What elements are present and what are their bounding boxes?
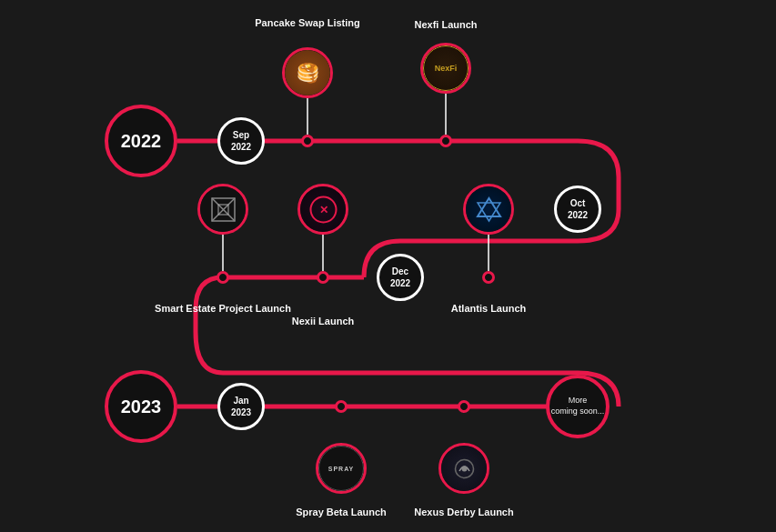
nexus-derby-icon	[441, 446, 487, 491]
nexus-derby-icon-node	[438, 443, 489, 494]
svg-text:✕: ✕	[318, 204, 328, 216]
smart-estate-launch-label: Smart Estate Project Launch	[155, 302, 291, 316]
smart-estate-icon-node	[197, 184, 248, 235]
pancake-swap-label: Pancake Swap Listing	[255, 16, 360, 30]
dec-2022-node: Dec2022	[377, 254, 424, 301]
more-coming-soon-node: Morecoming soon...	[546, 375, 610, 438]
year-2022-node: 2022	[105, 105, 177, 177]
spray-icon: SPRAY	[318, 446, 364, 491]
nexus-derby-timeline-dot	[458, 400, 470, 413]
atlantis-launch-label: Atlantis Launch	[451, 302, 527, 316]
spray-timeline-dot	[335, 400, 348, 413]
oct-2022-node: Oct2022	[554, 186, 601, 233]
jan-2023-label: Jan2023	[231, 395, 251, 418]
pancake-timeline-dot	[301, 135, 314, 147]
atlantis-icon-node	[463, 184, 514, 235]
dec-2022-label: Dec2022	[390, 266, 410, 289]
jan-2023-node: Jan2023	[217, 383, 265, 430]
timeline-container: 2022 Sep2022 Oct2022 Dec2022 2023 Jan202…	[0, 0, 776, 532]
nexus-derby-launch-label: Nexus Derby Launch	[414, 506, 513, 519]
year-2023-node: 2023	[105, 370, 177, 443]
nexii-launch-label: Nexii Launch	[292, 315, 354, 328]
nexii-icon: ✕	[300, 186, 346, 232]
spray-beta-launch-label: Spray Beta Launch	[296, 506, 387, 519]
spray-icon-node: SPRAY	[316, 443, 367, 494]
svg-point-17	[461, 466, 467, 471]
nexii-timeline-dot	[317, 271, 329, 284]
nexfi-icon: NexFi	[423, 45, 469, 91]
nexfi-launch-label: Nexfi Launch	[414, 18, 477, 32]
year-2023-label: 2023	[121, 396, 162, 417]
atlantis-icon	[466, 186, 511, 232]
smart-estate-timeline-dot	[217, 271, 229, 284]
more-coming-soon-label: Morecoming soon...	[551, 396, 605, 417]
atlantis-timeline-dot	[482, 271, 495, 284]
nexfi-icon-node: NexFi	[420, 43, 471, 94]
sep-2022-node: Sep2022	[217, 117, 265, 165]
pancake-icon: 🥞	[285, 50, 330, 95]
oct-2022-label: Oct2022	[568, 197, 588, 221]
nexii-icon-node: ✕	[297, 184, 348, 235]
year-2022-label: 2022	[121, 131, 162, 152]
pancake-swap-icon-node: 🥞	[282, 47, 333, 98]
sep-2022-label: Sep2022	[231, 129, 251, 153]
smart-estate-icon	[200, 186, 246, 232]
nexfi-timeline-dot	[439, 135, 452, 147]
